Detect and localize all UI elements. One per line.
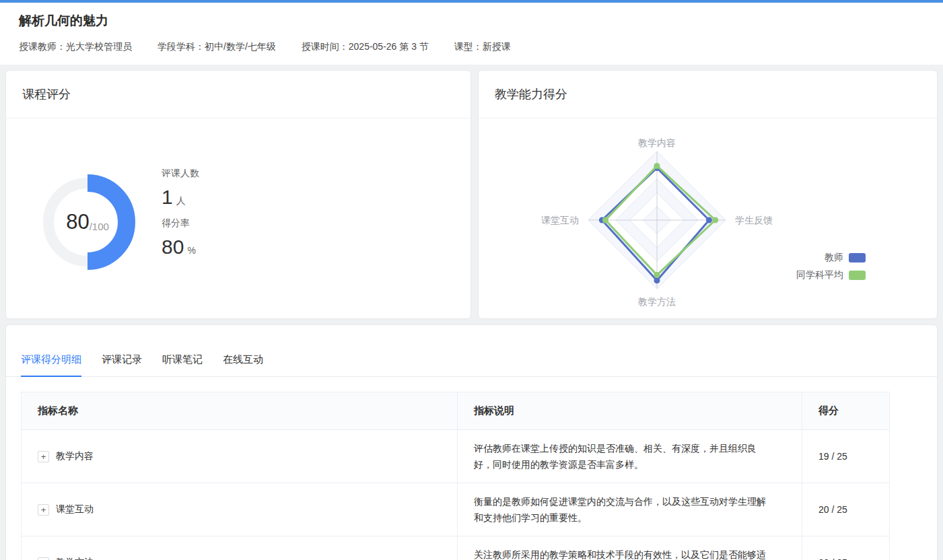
meta-course-type: 课型：新授课 xyxy=(454,41,511,53)
indicator-description: 评估教师在课堂上传授的知识是否准确、相关、有深度，并且组织良好，同时使用的教学资… xyxy=(458,430,802,483)
indicator-score: 20 / 25 xyxy=(802,483,890,536)
radar-chart: 教学内容学生反馈教学方法课堂互动 xyxy=(516,119,798,321)
table-row: +教学方法关注教师所采用的教学策略和技术手段的有效性，以及它们是否能够适应不同的… xyxy=(22,536,890,560)
radar-legend: 教师同学科平均 xyxy=(796,250,866,285)
indicator-name: 教学内容 xyxy=(56,450,94,462)
indicator-score: 22 / 25 xyxy=(802,536,890,560)
column-header-score: 得分 xyxy=(802,392,890,430)
tab-online-interaction[interactable]: 在线互动 xyxy=(223,353,263,376)
meta-time: 授课时间：2025-05-26 第 3 节 xyxy=(302,41,429,53)
radar-axis-label: 课堂互动 xyxy=(541,215,579,225)
tab-bar: 评课得分明细 评课记录 听课笔记 在线互动 xyxy=(6,325,937,377)
legend-label: 同学科平均 xyxy=(796,269,843,281)
meta-subject: 学段学科：初中/数学/七年级 xyxy=(158,41,276,53)
table-header-row: 指标名称 指标说明 得分 xyxy=(22,392,890,430)
radar-axis-label: 教学内容 xyxy=(638,137,676,148)
legend-swatch xyxy=(849,271,866,280)
gauge-stats: 评课人数 1人 得分率 80% xyxy=(162,168,199,267)
course-header: 解析几何的魅力 授课教师：光大学校管理员 学段学科：初中/数学/七年级 授课时间… xyxy=(0,3,943,65)
legend-swatch xyxy=(849,253,866,262)
stat-evaluator-count: 评课人数 1人 xyxy=(162,168,199,209)
course-meta-row: 授课教师：光大学校管理员 学段学科：初中/数学/七年级 授课时间：2025-05… xyxy=(19,41,924,53)
tab-score-detail[interactable]: 评课得分明细 xyxy=(21,353,81,376)
meta-teacher: 授课教师：光大学校管理员 xyxy=(19,41,132,53)
indicator-score-table: 指标名称 指标说明 得分 +教学内容评估教师在课堂上传授的知识是否准确、相关、有… xyxy=(21,392,890,560)
expand-row-button[interactable]: + xyxy=(38,557,49,560)
radar-axis-label: 教学方法 xyxy=(638,296,676,307)
course-score-card: 课程评分 80 /100 评课人数 1人 得分率 80% xyxy=(5,70,471,319)
table-row: +教学内容评估教师在课堂上传授的知识是否准确、相关、有深度，并且组织良好，同时使… xyxy=(22,430,890,483)
course-score-gauge: 80 /100 xyxy=(34,168,141,276)
legend-label: 教师 xyxy=(825,252,843,264)
indicator-description: 衡量的是教师如何促进课堂内的交流与合作，以及这些互动对学生理解和支持他们学习的重… xyxy=(458,483,802,536)
column-header-indicator-name: 指标名称 xyxy=(22,392,458,430)
indicator-description: 关注教师所采用的教学策略和技术手段的有效性，以及它们是否能够适应不同的学习风格和… xyxy=(458,536,802,560)
gauge-center-label: 80 /100 xyxy=(34,168,141,276)
tab-listening-notes[interactable]: 听课笔记 xyxy=(162,353,203,376)
legend-item-教师[interactable]: 教师 xyxy=(825,250,866,265)
course-score-card-title: 课程评分 xyxy=(6,71,470,118)
gauge-score-max: /100 xyxy=(90,221,109,232)
indicator-score: 19 / 25 xyxy=(802,430,890,483)
tab-evaluation-records[interactable]: 评课记录 xyxy=(102,353,142,376)
stat-score-rate: 得分率 80% xyxy=(162,217,199,258)
table-row: +课堂互动衡量的是教师如何促进课堂内的交流与合作，以及这些互动对学生理解和支持他… xyxy=(22,483,890,536)
expand-row-button[interactable]: + xyxy=(38,504,49,516)
column-header-indicator-desc: 指标说明 xyxy=(458,392,802,430)
page-title: 解析几何的魅力 xyxy=(19,12,924,30)
radar-axis-label: 学生反馈 xyxy=(735,215,773,225)
gauge-score: 80 xyxy=(66,210,89,234)
expand-row-button[interactable]: + xyxy=(38,451,49,462)
teaching-ability-card-title: 教学能力得分 xyxy=(479,71,937,118)
evaluation-detail-card: 评课得分明细 评课记录 听课笔记 在线互动 指标名称 指标说明 得分 +教学内容… xyxy=(5,324,938,560)
teaching-ability-card: 教学能力得分 教学内容学生反馈教学方法课堂互动 教师同学科平均 xyxy=(478,70,938,319)
indicator-name: 课堂互动 xyxy=(56,503,94,516)
indicator-name: 教学方法 xyxy=(56,557,94,560)
legend-item-同学科平均[interactable]: 同学科平均 xyxy=(796,268,866,283)
